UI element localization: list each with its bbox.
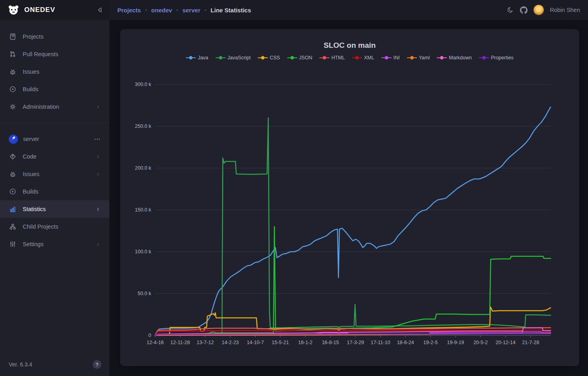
bar-chart-icon bbox=[9, 206, 17, 213]
sidebar-item-child-projects[interactable]: Child Projects bbox=[0, 218, 109, 235]
x-axis-label: 13-7-12 bbox=[197, 340, 214, 345]
app-window: ONEDEV ProjectsPull RequestsIssuesBuilds… bbox=[0, 0, 588, 376]
series-line-java bbox=[155, 107, 551, 335]
legend-label: CSS bbox=[270, 55, 280, 61]
version-label: Ver. 6.3.4 bbox=[9, 361, 32, 368]
breadcrumb-separator: • bbox=[177, 8, 178, 12]
legend-item-ini[interactable]: INI bbox=[382, 55, 400, 61]
sidebar-item-settings[interactable]: Settings bbox=[0, 235, 109, 253]
y-axis-label: 50.0 k bbox=[138, 291, 152, 296]
project-avatar bbox=[9, 135, 18, 144]
chevron-right-icon bbox=[95, 154, 101, 159]
y-axis-label: 0 bbox=[148, 333, 151, 338]
legend-label: Yaml bbox=[419, 55, 430, 61]
question-circle-icon[interactable]: ? bbox=[93, 360, 101, 369]
legend-marker-javascript bbox=[216, 56, 226, 60]
sidebar-header: ONEDEV bbox=[0, 0, 109, 20]
legend-item-yaml[interactable]: Yaml bbox=[407, 55, 430, 61]
onedev-logo-icon bbox=[7, 4, 20, 16]
sidebar-item-statistics[interactable]: Statistics bbox=[0, 200, 109, 218]
sidebar-item-administration[interactable]: Administration bbox=[0, 98, 109, 116]
legend-item-html[interactable]: HTML bbox=[319, 55, 345, 61]
legend-item-java[interactable]: Java bbox=[186, 55, 208, 61]
github-icon[interactable] bbox=[520, 6, 528, 14]
play-circle-icon bbox=[9, 86, 17, 93]
app-title: ONEDEV bbox=[24, 6, 55, 14]
avatar[interactable] bbox=[533, 5, 544, 15]
legend-marker-java bbox=[186, 56, 196, 60]
legend-label: JSON bbox=[299, 55, 312, 61]
sidebar-item-builds[interactable]: Builds bbox=[0, 183, 109, 200]
legend-item-xml[interactable]: XML bbox=[352, 55, 374, 61]
sidebar-item-label: Projects bbox=[23, 33, 43, 40]
breadcrumb-separator: • bbox=[145, 8, 147, 12]
sidebar-item-projects[interactable]: Projects bbox=[0, 28, 109, 45]
sidebar: ONEDEV ProjectsPull RequestsIssuesBuilds… bbox=[0, 0, 109, 376]
x-axis-label: 12-4-16 bbox=[146, 340, 164, 345]
breadcrumb-separator: • bbox=[204, 8, 206, 12]
x-axis-label: 19-2-5 bbox=[423, 340, 438, 345]
main-area: Projects•onedev•server•Line Statistics R… bbox=[109, 0, 588, 376]
user-name[interactable]: Robin Shen bbox=[550, 7, 580, 13]
breadcrumb-link-server[interactable]: server bbox=[182, 7, 200, 14]
moon-icon[interactable] bbox=[507, 6, 514, 14]
collapse-sidebar-icon[interactable] bbox=[96, 6, 103, 14]
sidebar-footer: Ver. 6.3.4 ? bbox=[0, 354, 109, 376]
legend-label: HTML bbox=[331, 55, 345, 61]
topbar: Projects•onedev•server•Line Statistics R… bbox=[109, 0, 588, 20]
org-tree-icon bbox=[9, 223, 17, 230]
legend-item-markdown[interactable]: Markdown bbox=[437, 55, 472, 61]
code-icon bbox=[9, 153, 17, 160]
sidebar-item-label: Settings bbox=[23, 241, 43, 247]
sloc-line-chart: 050.0 k100.0 k150.0 k200.0 k250.0 k300.0… bbox=[120, 64, 579, 349]
legend-item-css[interactable]: CSS bbox=[258, 55, 280, 61]
sidebar-main-nav: ProjectsPull RequestsIssuesBuildsAdminis… bbox=[0, 20, 109, 116]
projects-icon bbox=[9, 33, 17, 40]
legend-marker-json bbox=[287, 56, 297, 60]
bug-icon bbox=[9, 170, 17, 178]
x-axis-label: 14-10-7 bbox=[247, 340, 264, 345]
legend-marker-xml bbox=[352, 56, 362, 60]
y-axis-label: 300.0 k bbox=[135, 82, 152, 87]
sidebar-item-issues[interactable]: Issues bbox=[0, 63, 109, 80]
legend-label: XML bbox=[364, 55, 374, 61]
sidebar-item-label: Child Projects bbox=[23, 223, 58, 230]
legend-marker-markdown bbox=[437, 56, 447, 60]
y-axis-label: 150.0 k bbox=[135, 207, 152, 213]
legend-item-properties[interactable]: Properties bbox=[479, 55, 514, 61]
legend-label: JavaScript bbox=[228, 55, 251, 61]
sidebar-item-label: Pull Requests bbox=[23, 51, 58, 57]
sidebar-item-builds[interactable]: Builds bbox=[0, 80, 109, 98]
sidebar-item-code[interactable]: Code bbox=[0, 148, 109, 165]
chevron-right-icon bbox=[95, 242, 101, 247]
content: SLOC on main JavaJavaScriptCSSJSONHTMLXM… bbox=[109, 20, 588, 376]
sidebar-divider bbox=[0, 123, 109, 123]
x-axis-label: 17-3-29 bbox=[347, 340, 364, 345]
sidebar-project-server[interactable]: server bbox=[0, 130, 109, 148]
chart-title: SLOC on main bbox=[120, 41, 579, 50]
chart-area: 050.0 k100.0 k150.0 k200.0 k250.0 k300.0… bbox=[120, 64, 579, 366]
sidebar-item-label: Code bbox=[23, 153, 37, 160]
breadcrumb-link-onedev[interactable]: onedev bbox=[151, 7, 172, 14]
sidebar-item-label: Builds bbox=[23, 86, 39, 92]
play-circle-icon bbox=[9, 188, 17, 195]
gear-icon bbox=[9, 103, 17, 110]
sidebar-item-pull-requests[interactable]: Pull Requests bbox=[0, 45, 109, 63]
series-line-json bbox=[155, 227, 551, 335]
chart-legend: JavaJavaScriptCSSJSONHTMLXMLINIYamlMarkd… bbox=[120, 55, 579, 61]
legend-marker-html bbox=[319, 56, 329, 60]
legend-item-javascript[interactable]: JavaScript bbox=[216, 55, 251, 61]
x-axis-label: 19-9-19 bbox=[447, 340, 464, 345]
breadcrumb-link-projects[interactable]: Projects bbox=[117, 7, 141, 14]
legend-label: INI bbox=[393, 55, 400, 61]
sidebar-item-issues[interactable]: Issues bbox=[0, 165, 109, 183]
bug-icon bbox=[9, 68, 17, 75]
x-axis-label: 14-2-23 bbox=[222, 340, 239, 345]
legend-marker-properties bbox=[479, 56, 489, 60]
pull-requests-icon bbox=[9, 51, 17, 58]
legend-label: Properties bbox=[491, 55, 514, 61]
rocket-icon bbox=[11, 136, 16, 143]
legend-item-json[interactable]: JSON bbox=[287, 55, 312, 61]
sliders-icon bbox=[9, 241, 17, 248]
legend-marker-yaml bbox=[407, 56, 417, 60]
